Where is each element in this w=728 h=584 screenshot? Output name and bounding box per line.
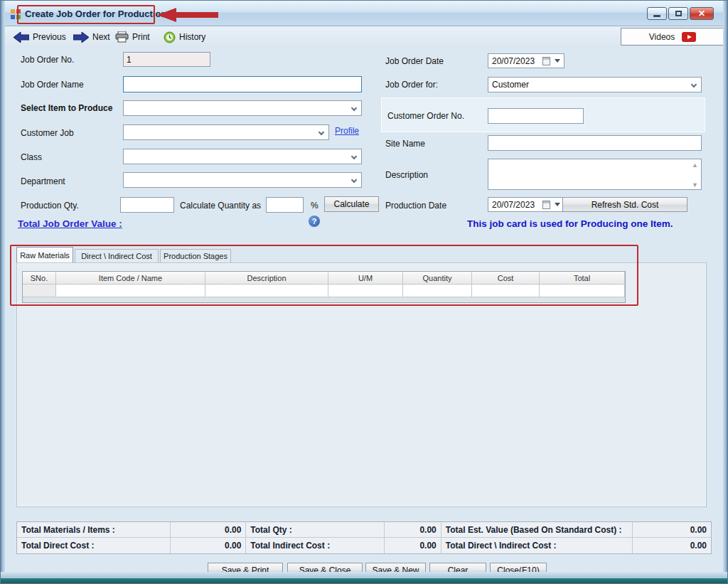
- customer-job-label: Customer Job: [21, 128, 74, 138]
- total-est-value-value: 0.00: [633, 522, 711, 538]
- total-indirect-cost-label: Total Indirect Cost :: [246, 538, 385, 553]
- grid-cell[interactable]: [472, 285, 540, 297]
- job-card-note: This job card is used for Producing one …: [467, 218, 673, 229]
- total-indirect-cost-value: 0.00: [385, 538, 441, 553]
- job-order-date-label: Job Order Date: [385, 56, 444, 66]
- description-field[interactable]: [488, 159, 702, 190]
- window-title: Create Job Order for Production: [25, 9, 166, 19]
- profile-link[interactable]: Profile: [335, 126, 359, 136]
- class-label: Class: [21, 152, 42, 162]
- next-arrow-icon: [73, 32, 89, 43]
- grid-header-row: SNo. Item Code / Name Description U/M Qu…: [23, 272, 625, 285]
- calculate-percent-field[interactable]: [266, 197, 304, 213]
- close-button[interactable]: ✕: [690, 7, 714, 20]
- totals-table: Total Materials / Items : 0.00 Total Qty…: [16, 521, 712, 554]
- videos-button[interactable]: Videos: [621, 28, 724, 46]
- total-direct-indirect-cost-value: 0.00: [633, 538, 711, 553]
- maximize-icon: [675, 11, 682, 16]
- job-order-date-value: 20/07/2023: [492, 56, 535, 66]
- total-direct-cost-value: 0.00: [171, 538, 247, 553]
- select-item-to-produce-combobox[interactable]: [123, 100, 362, 116]
- grid-cell[interactable]: [328, 285, 403, 297]
- production-date-picker[interactable]: 20/07/2023: [488, 197, 564, 212]
- department-combobox[interactable]: [123, 172, 362, 188]
- help-icon[interactable]: ?: [309, 216, 320, 227]
- total-est-value-label: Total Est. Value (Based On Standard Cost…: [441, 522, 633, 538]
- calculate-quantity-as-label: Calculate Quantity as: [180, 201, 261, 211]
- grid-empty-row[interactable]: [23, 285, 625, 297]
- row-selector-cell[interactable]: [23, 285, 56, 297]
- grid-cell[interactable]: [403, 285, 472, 297]
- column-header-cost[interactable]: Cost: [472, 272, 540, 285]
- history-clock-icon: [164, 31, 176, 43]
- chevron-down-icon: [351, 177, 357, 183]
- chevron-down-icon: [691, 82, 697, 87]
- print-icon: [115, 31, 129, 43]
- print-button[interactable]: Print: [115, 29, 150, 45]
- job-order-name-label: Job Order Name: [21, 80, 84, 90]
- calendar-icon: [542, 57, 550, 65]
- tab-production-stages[interactable]: Production Stages: [160, 249, 231, 262]
- total-qty-value: 0.00: [385, 522, 441, 538]
- job-order-for-combobox[interactable]: Customer: [488, 77, 702, 92]
- previous-button[interactable]: Previous: [14, 29, 66, 45]
- grid-cell[interactable]: [540, 285, 625, 297]
- maximize-button[interactable]: [668, 7, 688, 20]
- class-combobox[interactable]: [123, 149, 362, 164]
- total-qty-label: Total Qty :: [246, 522, 385, 538]
- history-button[interactable]: History: [164, 29, 205, 45]
- column-header-quantity[interactable]: Quantity: [403, 272, 472, 285]
- totals-row: Total Materials / Items : 0.00 Total Qty…: [17, 522, 711, 538]
- scroll-up-icon[interactable]: ▲: [692, 162, 698, 169]
- column-header-description[interactable]: Description: [205, 272, 328, 285]
- total-job-order-value-link[interactable]: Total Job Order Value :: [18, 218, 122, 229]
- percent-label: %: [311, 201, 318, 211]
- production-qty-field[interactable]: [120, 197, 174, 213]
- column-header-item-code-name[interactable]: Item Code / Name: [56, 272, 205, 285]
- title-bar: Create Job Order for Production ✕: [1, 1, 728, 26]
- videos-label: Videos: [649, 32, 675, 42]
- print-label: Print: [132, 32, 150, 42]
- total-direct-cost-label: Total Direct Cost :: [17, 538, 171, 553]
- minimize-icon: [653, 15, 660, 17]
- window-border-left: [1, 1, 5, 583]
- chevron-down-icon: [351, 105, 357, 111]
- raw-materials-grid: SNo. Item Code / Name Description U/M Qu…: [22, 271, 626, 303]
- column-header-sno[interactable]: SNo.: [23, 272, 56, 285]
- app-icon: [10, 9, 21, 20]
- job-order-no-field[interactable]: [123, 52, 210, 67]
- dropdown-arrow-icon: [555, 59, 560, 63]
- job-order-for-label: Job Order for:: [385, 80, 438, 90]
- next-button[interactable]: Next: [73, 29, 110, 45]
- tab-direct-indirect-cost[interactable]: Direct \ Indirect Cost: [75, 249, 159, 262]
- scroll-down-icon[interactable]: ▼: [692, 182, 698, 189]
- site-name-field[interactable]: [488, 135, 702, 151]
- production-date-value: 20/07/2023: [492, 200, 535, 210]
- next-label: Next: [92, 32, 110, 42]
- refresh-std-cost-button[interactable]: Refresh Std. Cost: [562, 197, 687, 212]
- close-icon: ✕: [698, 9, 705, 18]
- department-label: Department: [21, 176, 65, 186]
- tab-raw-materials[interactable]: Raw Materials: [16, 247, 73, 262]
- production-qty-label: Production Qty.: [21, 201, 79, 211]
- grid-cell[interactable]: [56, 285, 205, 297]
- minimize-button[interactable]: [647, 7, 667, 20]
- site-name-label: Site Name: [385, 139, 425, 149]
- chevron-down-icon: [318, 129, 324, 135]
- grid-cell[interactable]: [205, 285, 328, 297]
- previous-arrow-icon: [14, 32, 29, 43]
- youtube-icon: [682, 32, 696, 42]
- job-order-for-value: Customer: [492, 80, 529, 90]
- job-order-date-picker[interactable]: 20/07/2023: [488, 53, 564, 68]
- window-bottom-strip: [1, 578, 727, 584]
- job-order-no-label: Job Order No.: [21, 55, 74, 65]
- calendar-icon: [542, 201, 550, 209]
- column-header-total[interactable]: Total: [540, 272, 625, 285]
- job-order-name-field[interactable]: [123, 76, 362, 92]
- description-label: Description: [385, 170, 428, 180]
- customer-order-no-field[interactable]: [488, 108, 584, 124]
- column-header-um[interactable]: U/M: [328, 272, 403, 285]
- calculate-button[interactable]: Calculate: [324, 196, 379, 212]
- toolbar: Previous Next Print History Videos: [5, 26, 724, 48]
- customer-job-combobox[interactable]: [123, 124, 329, 140]
